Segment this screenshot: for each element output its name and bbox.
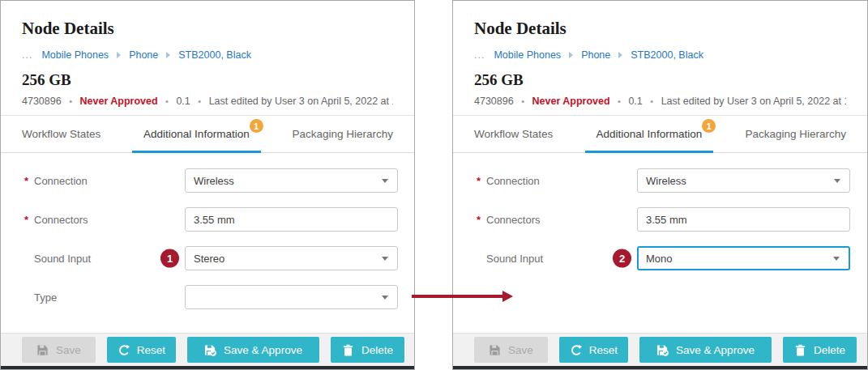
sound-input-select[interactable]: Stereo (185, 246, 398, 270)
step-badge-1: 1 (160, 249, 179, 268)
form-row-type: Type (1, 278, 414, 317)
form-row-connection: * Connection Wireless (1, 161, 414, 200)
meta-separator: • (69, 96, 72, 106)
required-marker: * (477, 214, 486, 226)
node-heading: 256 GB (474, 70, 846, 89)
action-footer: Save Reset Save & Approve (453, 333, 867, 366)
form-row-connection: * Connection Wireless (453, 161, 867, 200)
connection-select[interactable]: Wireless (185, 168, 398, 193)
delete-button[interactable]: Delete (331, 337, 404, 363)
reset-button[interactable]: Reset (559, 337, 628, 363)
tab-workflow-states[interactable]: Workflow States (11, 116, 112, 152)
breadcrumb-ellipsis[interactable]: ... (22, 49, 32, 62)
panel-header: Node Details ... Mobile Phones Phone STB… (453, 1, 867, 116)
node-details-panel-before: Node Details ... Mobile Phones Phone STB… (0, 0, 415, 370)
field-label: Connectors (486, 214, 637, 226)
step-badge-2: 2 (613, 249, 631, 268)
chevron-down-icon (834, 179, 840, 183)
breadcrumb-link-stb2000-black[interactable]: STB2000, Black (178, 49, 251, 62)
trash-icon (342, 344, 354, 356)
tab-additional-information[interactable]: Additional Information 1 (585, 116, 714, 152)
save-approve-button[interactable]: Save & Approve (187, 337, 319, 363)
save-approve-button[interactable]: Save & Approve (639, 337, 772, 363)
page-title: Node Details (22, 19, 393, 38)
breadcrumb: ... Mobile Phones Phone STB2000, Black (22, 49, 393, 62)
select-value: Mono (646, 253, 673, 265)
form-row-connectors: * Connectors (453, 200, 867, 239)
connectors-input[interactable] (185, 207, 398, 232)
meta-separator: • (165, 96, 169, 106)
select-value: Stereo (194, 253, 224, 265)
required-marker: * (24, 175, 34, 187)
breadcrumb-separator-icon (117, 52, 121, 58)
field-label: Connectors (34, 214, 185, 226)
last-edited-text: Last edited by User 3 on April 5, 2022 a… (209, 96, 393, 107)
tab-label: Workflow States (474, 128, 553, 140)
additional-information-form: * Connection Wireless * Connectors Sound… (1, 153, 414, 317)
sound-input-select[interactable]: Mono (637, 246, 850, 270)
change-arrow-icon (412, 295, 502, 298)
tab-additional-information[interactable]: Additional Information 1 (132, 116, 261, 152)
meta-row: 4730896 • Never Approved • 0.1 • Last ed… (474, 95, 846, 108)
breadcrumb-separator-icon (166, 52, 170, 58)
meta-separator: • (198, 96, 201, 106)
bottom-accent-bar (1, 366, 414, 369)
approval-status: Never Approved (80, 96, 158, 107)
field-label: Type (34, 291, 185, 304)
form-row-sound-input: Sound Input 1 Stereo (1, 239, 414, 278)
breadcrumb-separator-icon (618, 52, 622, 58)
tab-label: Packaging Hierarchy (745, 128, 846, 140)
tab-label: Packaging Hierarchy (292, 128, 393, 140)
breadcrumb-link-mobile-phones[interactable]: Mobile Phones (494, 49, 561, 62)
button-label: Save (508, 344, 533, 356)
tab-packaging-hierarchy[interactable]: Packaging Hierarchy (733, 116, 857, 152)
type-select[interactable] (185, 285, 398, 309)
save-button[interactable]: Save (22, 337, 96, 363)
tab-packaging-hierarchy[interactable]: Packaging Hierarchy (280, 116, 404, 152)
form-row-sound-input: Sound Input 2 Mono (453, 239, 867, 278)
breadcrumb-link-stb2000-black[interactable]: STB2000, Black (631, 49, 703, 62)
save-button[interactable]: Save (474, 337, 548, 363)
breadcrumb-separator-icon (569, 52, 573, 58)
meta-separator: • (521, 96, 524, 106)
meta-separator: • (618, 96, 621, 106)
connection-select[interactable]: Wireless (637, 168, 850, 193)
tab-count-badge: 1 (702, 119, 716, 133)
panel-header: Node Details ... Mobile Phones Phone STB… (1, 1, 414, 116)
chevron-down-icon (382, 296, 388, 300)
approval-status: Never Approved (532, 96, 610, 107)
reset-icon (570, 344, 582, 356)
save-approve-icon (656, 344, 669, 356)
breadcrumb-link-mobile-phones[interactable]: Mobile Phones (41, 49, 109, 62)
version-number: 0.1 (628, 96, 642, 107)
button-label: Reset (589, 344, 618, 356)
last-edited-text: Last edited by User 3 on April 5, 2022 a… (661, 96, 846, 107)
connectors-input[interactable] (637, 207, 850, 232)
form-row-connectors: * Connectors (1, 200, 414, 239)
delete-button[interactable]: Delete (783, 337, 857, 363)
meta-separator: • (650, 96, 653, 106)
breadcrumb-ellipsis[interactable]: ... (474, 49, 485, 62)
required-marker: * (24, 214, 34, 226)
meta-row: 4730896 • Never Approved • 0.1 • Last ed… (22, 95, 393, 108)
required-marker: * (477, 175, 486, 187)
tab-bar: Workflow States Additional Information 1… (453, 116, 867, 153)
tab-label: Workflow States (22, 128, 100, 140)
reset-button[interactable]: Reset (107, 337, 176, 363)
page-title: Node Details (474, 19, 846, 38)
reset-icon (118, 344, 130, 356)
save-icon (36, 344, 49, 356)
breadcrumb-link-phone[interactable]: Phone (581, 49, 610, 62)
breadcrumb-link-phone[interactable]: Phone (129, 49, 158, 62)
tab-workflow-states[interactable]: Workflow States (463, 116, 564, 152)
bottom-accent-bar (453, 366, 867, 369)
chevron-down-icon (382, 257, 388, 261)
chevron-down-icon (382, 179, 388, 183)
button-label: Delete (814, 344, 845, 356)
button-label: Save (56, 344, 81, 356)
version-number: 0.1 (176, 96, 190, 107)
tab-label: Additional Information (143, 128, 250, 140)
button-label: Save & Approve (676, 344, 755, 356)
chevron-down-icon (833, 257, 840, 261)
tab-count-badge: 1 (250, 119, 263, 133)
